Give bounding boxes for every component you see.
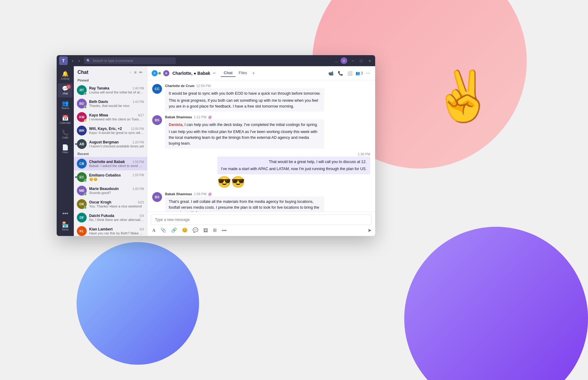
at-icon: @ [208,192,212,196]
status-dot [84,179,87,182]
msg-time: 1:12 PM [194,115,206,119]
msg-sender: Babak Shammas [165,115,192,119]
chat-status-indicator: ○ [130,70,132,74]
more-button[interactable]: ... [335,59,338,63]
emoji-button[interactable]: 😊 [181,227,189,234]
chat-item-kayo-miwa[interactable]: KM Kayo Miwa 4/17 I reviewed with the cl… [74,110,147,124]
calls-icon: 📞 [62,130,69,135]
msg-content-msg2: Babak Shammas 1:12 PM @ Daniela, I can h… [165,115,324,149]
add-tab-button[interactable]: + [250,69,257,77]
user-avatar[interactable]: U [341,57,347,64]
msg-bubble-msg4: That's great. I will collate all the mat… [165,196,324,212]
babak-status-dot [158,72,161,74]
sidebar-item-files[interactable]: 📄 Files [58,142,73,156]
chat-item-will-kayo-eric[interactable]: WK Will, Kayo, Eric, +2 12:00 PM Kayo: I… [74,124,147,137]
sidebar-item-activity[interactable]: 🔔 Activity [58,69,73,83]
msg-time: 1:58 PM [194,192,206,196]
sidebar-item-calendar[interactable]: 📅 Calendar [58,113,73,127]
search-placeholder: Search or type a command [92,59,133,63]
compose-button[interactable]: ✏ [138,69,143,75]
chat-info-emiliano-ceballos: Emiliano Ceballos 1:55 PM 😊😊 [89,173,144,181]
msg-content-msg1: Charlotte de Crum 12:56 PM It would be g… [165,84,324,112]
store-icon: 🏪 [62,222,69,227]
chat-item-marie-beaudouin[interactable]: MB Marie Beaudouin 1:00 PM Sounds good? [74,184,147,197]
avatar-ray-tanaka: RT [77,85,87,95]
avatar-emiliano-ceballos: EC [77,172,87,182]
chat-preview-emiliano-ceballos: 😊😊 [89,177,144,181]
link-button[interactable]: 🔗 [170,227,178,234]
minimize-button[interactable]: − [350,58,356,64]
msg-bubble-msg2: Daniela, I can help you with the deck to… [165,120,324,149]
chat-item-daichi-fukuda[interactable]: DF Daichi Fukuda 5/4 No, I think there a… [74,211,147,224]
chat-item-kian-lambert[interactable]: KL Kian Lambert 5/3 Have you ran this by… [74,224,147,236]
msg-content-msg4: Babak Shammas 1:58 PM @ That's great. I … [165,192,324,212]
sidebar-item-calls[interactable]: 📞 Calls [58,127,73,142]
msg-meta-msg4: Babak Shammas 1:58 PM @ [165,192,324,196]
participants-count: 👥 3 [356,71,363,75]
more-options-button[interactable]: ⋯ [365,70,371,77]
giphy-button[interactable]: 💬 [191,227,200,234]
chat-item-charlotte-babak[interactable]: CB Charlotte and Babak 1:58 PM Babak: I … [74,157,147,170]
mention: Daniela, [169,123,183,127]
messages-area: CC Charlotte de Crum 12:56 PM It would b… [147,80,375,212]
activity-icon: 🔔 [62,71,69,77]
screen-share-button[interactable]: ⬜ [346,70,354,77]
forward-button[interactable]: › [77,58,82,64]
meet-button[interactable]: ⊞ [212,227,218,234]
chat-list-actions: ≡ ✏ [134,69,143,75]
recent-list: CB Charlotte and Babak 1:58 PM Babak: I … [74,157,147,236]
chat-item-august-bergman[interactable]: AB August Bergman 1:20 PM I haven't chec… [74,137,147,151]
chat-item-beth-davis[interactable]: BD Beth Davis 1:43 PM Thanks, that would… [74,97,147,110]
pinned-list: RT Ray Tanaka 1:40 PM Louisa will send t… [74,83,147,151]
video-call-button[interactable]: 📹 [327,70,335,77]
chat-info-will-kayo-eric: Will, Kayo, Eric, +2 12:00 PM Kayo: It w… [89,127,144,135]
chat-item-oscar-krogh[interactable]: OK Oscar Krogh 6/23 You: Thanks! Have a … [74,197,147,211]
chat-preview-kayo-miwa: I reviewed with the client on Tuesda... [89,117,144,121]
sidebar-item-teams[interactable]: 👥 Teams [58,98,73,112]
chat-preview-marie-beaudouin: Sounds good? [89,191,144,195]
attach-button[interactable]: 📎 [159,227,168,234]
search-bar[interactable]: 🔍 Search or type a command [84,57,176,64]
chat-preview-daichi-fukuda: No, I think there are other alternatives… [89,218,144,222]
chat-name-marie-beaudouin: Marie Beaudouin 1:00 PM [89,187,144,191]
sticker-button[interactable]: 🖼 [202,227,209,234]
chat-time-kayo-miwa: 4/17 [138,114,144,117]
edit-icon[interactable]: ✏ [213,71,216,75]
chat-info-kayo-miwa: Kayo Miwa 4/17 I reviewed with the clien… [89,113,144,121]
chat-item-emiliano-ceballos[interactable]: EC Emiliano Ceballos 1:55 PM 😊😊 [74,170,147,184]
chat-name-beth-davis: Beth Davis 1:43 PM [89,100,144,104]
chat-info-august-bergman: August Bergman 1:20 PM I haven't checked… [89,140,144,148]
tab-chat[interactable]: Chat [221,69,236,77]
tab-files[interactable]: Files [236,69,250,77]
more-compose-button[interactable]: ••• [221,227,228,234]
chat-name-emiliano-ceballos: Emiliano Ceballos 1:55 PM [89,173,144,177]
compose-input[interactable] [151,215,371,225]
msg-meta-msg2: Babak Shammas 1:12 PM @ [165,115,324,119]
msg-avatar-msg2: BS [152,115,162,125]
activity-label: Activity [61,77,70,80]
chat-info-daichi-fukuda: Daichi Fukuda 5/4 No, I think there are … [89,214,144,222]
avatar-will-kayo-eric: WK [77,126,87,135]
header-avatar-charlotte: C [151,70,158,77]
send-button[interactable]: ➤ [368,227,371,233]
back-button[interactable]: ‹ [70,58,75,64]
chat-item-ray-tanaka[interactable]: RT Ray Tanaka 1:40 PM Louisa will send t… [74,83,147,97]
chat-time-ray-tanaka: 1:40 PM [133,87,144,90]
chat-time-kian-lambert: 5/3 [140,228,144,231]
format-button[interactable]: 𝐀 [151,227,157,234]
chat-name-kayo-miwa: Kayo Miwa 4/17 [89,113,144,117]
chat-time-daichi-fukuda: 5/4 [140,214,144,218]
message-group-msg1: CC Charlotte de Crum 12:56 PM It would b… [152,84,370,112]
chat-header-actions: 📹 📞 ⬜ 👥 3 ⋯ [327,70,371,77]
filter-button[interactable]: ≡ [134,69,137,75]
sidebar-item-store[interactable]: 🏪 Store [58,219,73,234]
sidebar-item-chat[interactable]: 1 💬 chat [58,83,73,97]
maximize-button[interactable]: □ [358,58,364,64]
chat-list-panel: Chat ○ ≡ ✏ Pinned RT Ray Tanaka 1:40 PM … [74,66,147,236]
sidebar-item-more[interactable]: ••• [58,208,73,219]
close-button[interactable]: × [367,58,373,64]
status-dot [84,119,87,122]
chat-time-marie-beaudouin: 1:00 PM [133,187,144,191]
chat-preview-beth-davis: Thanks, that would be nice. [89,104,144,108]
audio-call-button[interactable]: 📞 [337,70,344,77]
